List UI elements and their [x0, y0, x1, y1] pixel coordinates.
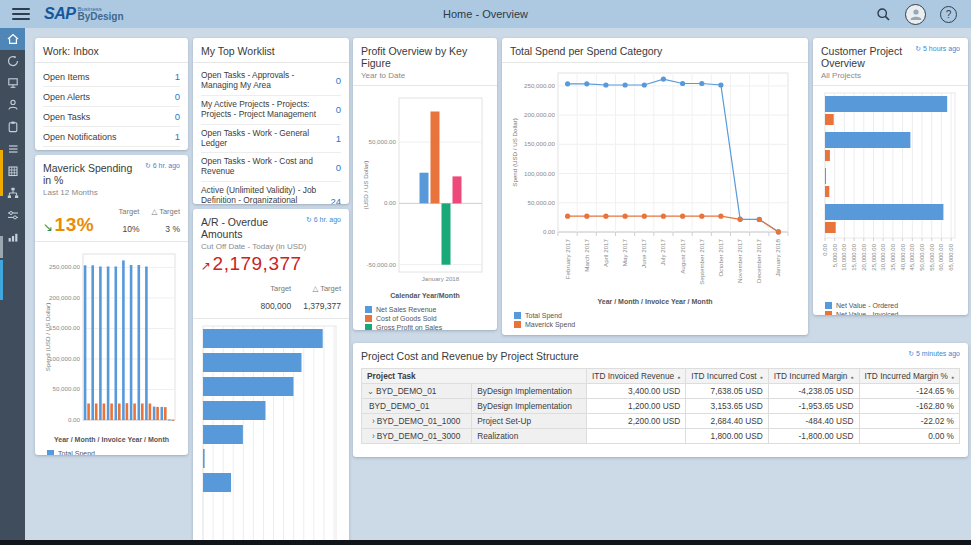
svg-text:Spend (USD / US Dollar): Spend (USD / US Dollar): [44, 303, 51, 371]
refresh-label[interactable]: ↻ 5 minutes ago: [908, 350, 960, 358]
dashboard: Work: Inbox Open Items 1 Open Alerts 0 O…: [25, 28, 971, 545]
column-project-task[interactable]: Project Task: [362, 369, 587, 384]
inbox-count[interactable]: 0: [175, 91, 180, 102]
ar-overdue-bar-chart: [201, 323, 341, 545]
worklist-count[interactable]: 0: [336, 104, 341, 115]
search-icon[interactable]: [876, 7, 891, 22]
worklist-item[interactable]: Active (Unlimited Validity) - Job Defini…: [201, 182, 341, 204]
customer-project-bar-chart: 0.005,000.0010,000.0015,000.0020,000.002…: [821, 90, 960, 297]
worklist-label: Open Tasks - Work - General Ledger: [201, 129, 332, 149]
card-title: Project Cost and Revenue by Project Stru…: [361, 350, 579, 362]
table-row[interactable]: ›BYD_DEMO_01_1000 Project Set-Up 2,200.0…: [362, 414, 960, 429]
inbox-row[interactable]: Open Items 1: [43, 67, 180, 87]
history-icon: [6, 54, 20, 68]
x-axis-title: Year / Month / Invoice Year / Month: [510, 298, 800, 307]
svg-text:Spend (USD / US Dollar): Spend (USD / US Dollar): [511, 118, 518, 186]
worklist-item[interactable]: Open Tasks - Work - General Ledger 1: [201, 125, 341, 154]
table-row[interactable]: ›BYD_DEMO_01_3000 Realization 1,800.00 U…: [362, 429, 960, 444]
worklist-label: My Active Projects - Projects: Projects …: [201, 100, 332, 120]
worklist-count[interactable]: 1: [336, 133, 341, 144]
worklist-count[interactable]: 0: [336, 162, 341, 173]
svg-text:200,000.00: 200,000.00: [524, 111, 556, 118]
inbox-count[interactable]: 1: [175, 131, 180, 142]
inbox-row[interactable]: Open Clarifications 0: [43, 147, 180, 150]
inbox-label: Open Notifications: [43, 132, 117, 142]
card-project-cost-revenue[interactable]: Project Cost and Revenue by Project Stru…: [353, 343, 968, 457]
card-work-inbox[interactable]: Work: Inbox Open Items 1 Open Alerts 0 O…: [35, 38, 188, 150]
svg-text:65,000.00: 65,000.00: [948, 243, 954, 270]
card-ar-overdue[interactable]: A/R - Overdue Amounts ↻ 6 hr. ago Cut Of…: [193, 209, 349, 545]
refresh-label[interactable]: ↻ 6 hr. ago: [306, 216, 341, 224]
target-value: 10%: [122, 224, 139, 234]
expander-icon[interactable]: ›: [372, 416, 375, 426]
card-customer-projects[interactable]: Customer Project Overview ↻ 5 hours ago …: [813, 38, 968, 315]
legend-item: Maverick Spend: [514, 321, 800, 328]
svg-text:-50,000.00: -50,000.00: [366, 261, 396, 268]
svg-text:0.00: 0.00: [543, 228, 556, 235]
svg-text:0.00: 0.00: [384, 199, 397, 206]
worklist-count[interactable]: 24: [330, 196, 341, 204]
svg-text:150,000.00: 150,000.00: [49, 324, 81, 331]
sidebar-item-org[interactable]: [0, 182, 25, 204]
svg-text:0.00: 0.00: [68, 416, 81, 423]
card-title: Customer Project Overview: [821, 45, 911, 69]
inbox-row[interactable]: Open Alerts 0: [43, 87, 180, 107]
svg-text:50,000.00: 50,000.00: [527, 199, 555, 206]
measure-icon: ●: [951, 374, 954, 380]
worklist-item[interactable]: Open Tasks - Approvals - Managing My Are…: [201, 67, 341, 96]
refresh-label[interactable]: ↻ 6 hr. ago: [145, 162, 180, 170]
column-header[interactable]: ITD Incurred Margin %●: [859, 369, 960, 384]
help-icon[interactable]: ?: [940, 6, 957, 23]
svg-text:10,000.00: 10,000.00: [841, 243, 847, 270]
sidebar-item-people[interactable]: [0, 94, 25, 116]
card-subtitle: Cut Off Date - Today (in USD): [201, 242, 341, 251]
expander-icon[interactable]: ⌄: [367, 386, 374, 396]
refresh-label[interactable]: ↻ 5 hours ago: [915, 45, 960, 53]
delta-target-label: △ Target: [151, 207, 180, 216]
sidebar-item-output[interactable]: [0, 72, 25, 94]
avatar[interactable]: [905, 4, 926, 25]
column-header[interactable]: ITD Incurred Cost●: [686, 369, 769, 384]
inbox-row[interactable]: Open Tasks 0: [43, 107, 180, 127]
card-maverick-spending[interactable]: Maverick Spending in % ↻ 6 hr. ago Last …: [35, 155, 188, 455]
expander-icon[interactable]: ›: [372, 431, 375, 441]
worklist-count[interactable]: 0: [336, 75, 341, 86]
inbox-count[interactable]: 1: [175, 71, 180, 82]
card-profit-overview[interactable]: Profit Overview by Key Figure Year to Da…: [353, 38, 497, 330]
svg-text:0.00: 0.00: [822, 243, 828, 255]
card-subtitle: All Projects: [821, 71, 960, 80]
target-label: Target: [119, 207, 140, 216]
table-row[interactable]: BYD_DEMO_01 ByDesign Implementation 1,20…: [362, 399, 960, 414]
sidebar-item-settings[interactable]: [0, 204, 25, 226]
profit-bar-chart: -50,000.000.0050,000.00January 2018(USD …: [361, 90, 489, 290]
trend-down-icon: ↘: [43, 220, 54, 234]
column-header[interactable]: ITD Incurred Margin●: [768, 369, 859, 384]
inbox-row[interactable]: Open Notifications 1: [43, 127, 180, 147]
svg-text:(USD / US Dollar): (USD / US Dollar): [362, 161, 369, 210]
legend-item: Cost of Goods Sold: [365, 315, 489, 322]
worklist-item[interactable]: My Active Projects - Projects: Projects …: [201, 96, 341, 125]
svg-text:250,000.00: 250,000.00: [49, 263, 81, 270]
card-title: Total Spend per Spend Category: [510, 45, 662, 57]
sidebar-item-home[interactable]: [0, 28, 25, 50]
table-row[interactable]: ⌄BYD_DEMO_01 ByDesign Implementation 3,4…: [362, 384, 960, 399]
target-value: 800,000: [260, 301, 291, 311]
worklist-label: Open Tasks - Work - Cost and Revenue: [201, 157, 332, 177]
worklist-item[interactable]: Open Tasks - Work - Cost and Revenue 0: [201, 153, 341, 182]
svg-text:60,000.00: 60,000.00: [938, 243, 944, 270]
inbox-count[interactable]: 0: [175, 111, 180, 122]
sidebar-item-company[interactable]: [0, 160, 25, 182]
maverick-spend-bar-chart: 0.0050,000.00100,000.00150,000.00200,000…: [43, 246, 180, 434]
card-total-spend[interactable]: Total Spend per Spend Category 0.0050,00…: [502, 38, 808, 335]
card-top-worklist[interactable]: My Top Worklist Open Tasks - Approvals -…: [193, 38, 349, 204]
sidebar-item-worklist[interactable]: [0, 138, 25, 160]
sidebar-item-analytics[interactable]: [0, 226, 25, 248]
svg-text:100,000.00: 100,000.00: [524, 170, 556, 177]
svg-text:55,000.00: 55,000.00: [929, 243, 935, 270]
svg-text:5,000.00: 5,000.00: [832, 243, 838, 267]
sidebar-item-tasks[interactable]: [0, 116, 25, 138]
sidebar-item-history[interactable]: [0, 50, 25, 72]
column-header[interactable]: ITD Invoiced Revenue●: [587, 369, 686, 384]
inbox-label: Open Alerts: [43, 92, 90, 102]
svg-text:January 2018: January 2018: [422, 275, 460, 282]
